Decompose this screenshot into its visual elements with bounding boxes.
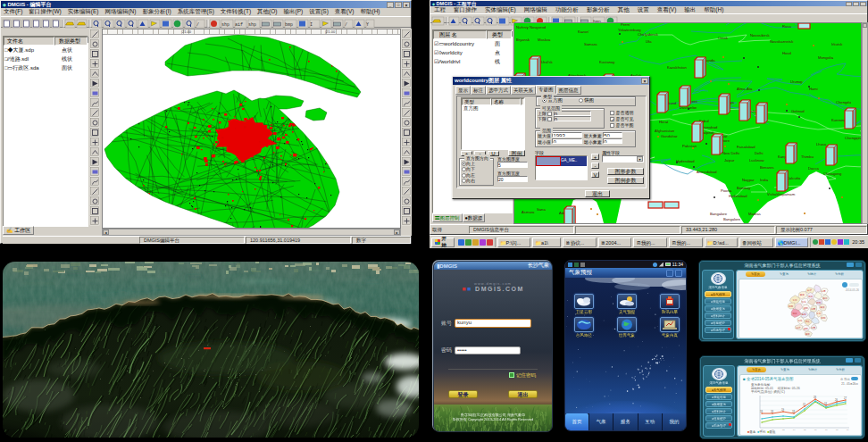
svg-text:09: 09 (847, 429, 849, 430)
svg-text:Sana: Sana (537, 207, 546, 212)
svg-text:Novosibirsk: Novosibirsk (750, 33, 771, 38)
svg-text:Herat: Herat (659, 120, 669, 124)
svg-text:Hyderabad: Hyderabad (676, 159, 695, 163)
svg-text:株洲: 株洲 (819, 305, 824, 309)
svg-text:Jaipur: Jaipur (724, 158, 735, 163)
svg-text:娄底: 娄底 (805, 320, 810, 323)
svg-text:07: 07 (825, 429, 828, 430)
svg-text:常德: 常德 (811, 326, 815, 329)
svg-text:Hyderabad: Hyderabad (729, 194, 747, 198)
svg-text:Kustanay: Kustanay (599, 60, 615, 64)
svg-text:Rusa: Rusa (782, 24, 791, 29)
svg-text:岳阳: 岳阳 (804, 327, 808, 330)
svg-text:aif: aif (235, 22, 243, 28)
svg-text:Lhasa: Lhasa (816, 142, 827, 146)
svg-text:Omsk: Omsk (718, 36, 729, 40)
svg-text:06: 06 (814, 429, 817, 430)
svg-text:Pakistan: Pakistan (682, 144, 697, 148)
svg-text:邵阳: 邵阳 (821, 316, 825, 320)
svg-text:Chengdu: Chengdu (836, 100, 852, 104)
svg-text:/: / (345, 22, 347, 28)
svg-text:Kazan': Kazan' (578, 29, 589, 34)
svg-text:湘潭: 湘潭 (792, 312, 797, 315)
svg-text:益阳: 益阳 (816, 301, 821, 304)
svg-text:Delhi: Delhi (755, 151, 764, 155)
svg-text:Hami: Hami (809, 87, 818, 91)
svg-text:04: 04 (793, 429, 796, 430)
svg-text:怀化: 怀化 (797, 319, 803, 322)
svg-text:08: 08 (836, 429, 839, 430)
svg-text:Vishakhapatnam: Vishakhapatnam (767, 192, 796, 196)
svg-text:03: 03 (782, 429, 785, 430)
svg-text:shp: shp (248, 22, 256, 28)
svg-text:shp: shp (221, 22, 230, 28)
svg-text:Bangalore: Bangalore (710, 212, 728, 216)
svg-text:Samara: Samara (584, 42, 597, 46)
svg-text:Novokuznetsk: Novokuznetsk (770, 39, 794, 44)
svg-text:常德: 常德 (811, 307, 815, 311)
svg-text:株洲: 株洲 (805, 332, 810, 336)
svg-text:Benares: Benares (760, 165, 774, 170)
svg-text:19: 19 (781, 408, 784, 412)
svg-text:Kazakhstan: Kazakhstan (667, 65, 688, 70)
svg-text:Lucknow: Lucknow (749, 158, 765, 163)
svg-text:Bangalore: Bangalore (723, 217, 741, 221)
svg-text:bmp: bmp (285, 22, 293, 28)
svg-text:Nagpur: Nagpur (742, 178, 755, 182)
svg-text:Moskva: Moskva (538, 38, 551, 42)
svg-text:Bryansk: Bryansk (516, 38, 530, 42)
svg-text:Faisalabad: Faisalabad (737, 145, 755, 149)
svg-text:郴州: 郴州 (823, 296, 828, 300)
svg-text:/: / (196, 22, 199, 28)
svg-text:Irkutsk: Irkutsk (831, 42, 843, 46)
svg-text:New Delhi: New Delhi (722, 151, 739, 155)
svg-text:长沙: 长沙 (807, 288, 812, 292)
svg-text:Madras: Madras (748, 212, 761, 216)
svg-text:常德: 常德 (821, 289, 825, 293)
svg-text:Poona: Poona (721, 188, 732, 193)
svg-text:Bombay: Bombay (737, 186, 751, 190)
svg-text:Chongqing: Chongqing (845, 136, 861, 140)
svg-text:Hovd: Hovd (782, 51, 791, 55)
svg-text:永州: 永州 (816, 312, 821, 315)
svg-text:永州: 永州 (792, 298, 797, 302)
svg-text:Mongolia: Mongolia (818, 55, 834, 60)
svg-text:Ufa: Ufa (646, 39, 652, 44)
svg-text:Alma-Ata: Alma-Ata (737, 87, 753, 91)
svg-text:Asmara: Asmara (522, 210, 535, 214)
svg-text:邵阳: 邵阳 (789, 304, 793, 308)
svg-text:湘潭: 湘潭 (808, 295, 813, 298)
svg-text:株洲: 株洲 (799, 293, 805, 296)
svg-text:28: 28 (814, 396, 816, 399)
svg-text:Ahmedabad: Ahmedabad (697, 170, 717, 174)
svg-text:Afghanistan: Afghanistan (655, 129, 675, 133)
svg-text:05: 05 (804, 429, 806, 430)
svg-text:岳阳: 岳阳 (804, 306, 808, 310)
svg-text:怀化: 怀化 (801, 300, 806, 304)
svg-text:Nizhniy Novgorod: Nizhniy Novgorod (516, 25, 547, 29)
svg-text:Gandahar: Gandahar (661, 134, 678, 138)
svg-text:Thimbu: Thimbu (801, 154, 814, 159)
svg-text:India: India (760, 178, 769, 182)
svg-text:Urumqi: Urumqi (790, 79, 803, 84)
svg-text:Ural'sk: Ural'sk (541, 60, 554, 64)
svg-text:Chelyabinsk: Chelyabinsk (638, 32, 659, 37)
svg-text:衡阳: 衡阳 (802, 313, 806, 316)
svg-text:Calcutta: Calcutta (787, 176, 801, 180)
svg-text:Chittagong: Chittagong (823, 171, 842, 176)
svg-text:I: I (310, 22, 313, 28)
svg-text:Y: Y (366, 22, 369, 28)
svg-text:长沙: 长沙 (797, 326, 801, 329)
svg-text:Golmud: Golmud (791, 109, 805, 113)
svg-text:Perm': Perm' (621, 23, 630, 27)
svg-text:Dacca: Dacca (808, 166, 820, 171)
svg-text:24: 24 (824, 402, 827, 405)
